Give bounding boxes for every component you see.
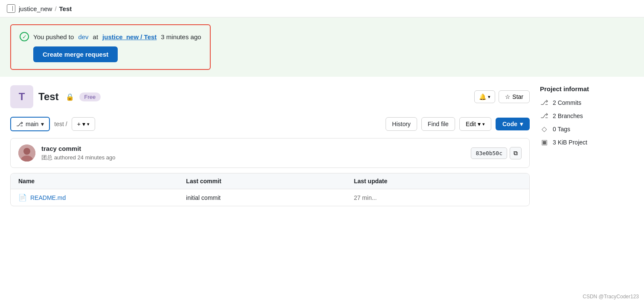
commit-author-avatar bbox=[18, 144, 35, 162]
push-text-post: 3 minutes ago bbox=[161, 33, 201, 40]
chevron-down-icon: ▾ bbox=[520, 121, 523, 127]
push-branch-link[interactable]: dev bbox=[78, 33, 88, 40]
push-banner: ✓ You pushed to dev at justice_new / Tes… bbox=[0, 17, 644, 77]
star-button[interactable]: ☆ Star bbox=[499, 90, 530, 103]
repo-name: Test bbox=[38, 91, 59, 103]
plus-icon: + bbox=[77, 121, 81, 127]
sidebar-toggle-icon[interactable] bbox=[7, 4, 15, 13]
commits-label[interactable]: 2 Commits bbox=[553, 99, 581, 106]
toolbar-row: ⎇ main ▾ test / + ▾ History Find file Ed… bbox=[10, 117, 530, 131]
stat-tags: ◇ 0 Tags bbox=[540, 125, 634, 133]
code-label: Code bbox=[502, 121, 517, 127]
breadcrumb-repo: Test bbox=[59, 5, 72, 12]
file-table-header: Name Last commit Last update bbox=[11, 173, 529, 189]
find-file-button[interactable]: Find file bbox=[421, 117, 455, 131]
repo-avatar: T bbox=[10, 85, 33, 108]
table-row: 📄 README.md initial commit 27 min... bbox=[11, 189, 529, 206]
lock-icon: 🔒 bbox=[66, 93, 74, 101]
push-banner-row: ✓ You pushed to dev at justice_new / Tes… bbox=[20, 32, 201, 41]
commits-icon: ⎇ bbox=[540, 98, 548, 107]
col-last-update: Last update bbox=[354, 178, 522, 185]
push-repo-link[interactable]: justice_new / Test bbox=[102, 33, 157, 40]
content-area: T Test 🔒 Free 🔔 ☆ Star ⎇ main ▾ test / + bbox=[10, 85, 530, 206]
tags-label: 0 Tags bbox=[553, 126, 570, 133]
chevron-down-icon: ▾ bbox=[82, 121, 85, 127]
branches-icon: ⎇ bbox=[540, 112, 548, 120]
tags-icon: ◇ bbox=[540, 125, 548, 133]
top-bar: justice_new / Test bbox=[0, 0, 644, 17]
push-banner-inner: ✓ You pushed to dev at justice_new / Tes… bbox=[10, 24, 211, 70]
commit-hash: 83e0b50c bbox=[471, 147, 507, 159]
success-check-icon: ✓ bbox=[20, 32, 29, 41]
repo-actions: 🔔 ☆ Star bbox=[474, 90, 530, 103]
copy-hash-button[interactable]: ⧉ bbox=[510, 147, 522, 159]
commit-info: tracy commit 团总 authored 24 minutes ago bbox=[41, 145, 465, 162]
file-last-commit: initial commit bbox=[186, 194, 354, 201]
path-segment: test / bbox=[54, 121, 67, 127]
file-last-update: 27 min... bbox=[354, 194, 522, 201]
add-file-button[interactable]: + ▾ bbox=[72, 117, 95, 131]
chevron-down-icon: ▾ bbox=[478, 121, 481, 127]
bell-icon: 🔔 bbox=[479, 93, 486, 100]
stat-size: ▣ 3 KiB Project bbox=[540, 138, 634, 146]
commit-author: 团总 bbox=[41, 154, 52, 161]
file-name[interactable]: 📄 README.md bbox=[18, 193, 186, 202]
size-icon: ▣ bbox=[540, 138, 548, 146]
size-label: 3 KiB Project bbox=[553, 139, 587, 146]
right-sidebar: Project informat ⎇ 2 Commits ⎇ 2 Branche… bbox=[540, 85, 634, 206]
branch-label: main bbox=[26, 121, 38, 127]
col-last-commit: Last commit bbox=[186, 178, 354, 185]
file-icon: 📄 bbox=[18, 193, 27, 202]
commit-hash-area: 83e0b50c ⧉ bbox=[471, 147, 522, 159]
code-button[interactable]: Code ▾ bbox=[496, 118, 530, 130]
notification-button[interactable]: 🔔 bbox=[474, 90, 495, 103]
commit-meta: 团总 authored 24 minutes ago bbox=[41, 154, 465, 162]
stat-commits: ⎇ 2 Commits bbox=[540, 98, 634, 107]
branches-label[interactable]: 2 Branches bbox=[553, 113, 583, 119]
copy-icon: ⧉ bbox=[513, 150, 518, 156]
stat-branches: ⎇ 2 Branches bbox=[540, 112, 634, 120]
breadcrumb: justice_new / Test bbox=[19, 5, 72, 12]
main-layout: T Test 🔒 Free 🔔 ☆ Star ⎇ main ▾ test / + bbox=[0, 77, 644, 215]
push-text-pre: You pushed to bbox=[33, 33, 74, 40]
free-badge: Free bbox=[79, 92, 101, 101]
push-text-mid: at bbox=[93, 33, 99, 40]
repo-title-group: T Test 🔒 Free bbox=[10, 85, 101, 108]
branch-icon: ⎇ bbox=[16, 121, 23, 127]
create-merge-request-button[interactable]: Create merge request bbox=[33, 46, 118, 62]
breadcrumb-owner[interactable]: justice_new bbox=[19, 5, 52, 12]
commit-message: tracy commit bbox=[41, 145, 465, 152]
edit-button[interactable]: Edit ▾ bbox=[459, 117, 491, 131]
commit-authored-text: authored bbox=[54, 154, 76, 161]
avatar-svg bbox=[18, 144, 35, 162]
breadcrumb-separator: / bbox=[55, 5, 56, 12]
col-name: Name bbox=[18, 178, 186, 185]
file-name-text[interactable]: README.md bbox=[30, 194, 66, 201]
file-table: Name Last commit Last update 📄 README.md… bbox=[10, 173, 530, 206]
commit-box: tracy commit 团总 authored 24 minutes ago … bbox=[10, 138, 530, 168]
svg-point-1 bbox=[23, 148, 30, 155]
commit-time: 24 minutes ago bbox=[78, 154, 116, 161]
history-button[interactable]: History bbox=[386, 117, 417, 131]
project-info-title: Project informat bbox=[540, 85, 634, 92]
branch-selector-button[interactable]: ⎇ main ▾ bbox=[10, 117, 50, 131]
repo-header: T Test 🔒 Free 🔔 ☆ Star bbox=[10, 85, 530, 108]
edit-label: Edit bbox=[466, 121, 476, 127]
chevron-down-icon: ▾ bbox=[41, 121, 44, 127]
